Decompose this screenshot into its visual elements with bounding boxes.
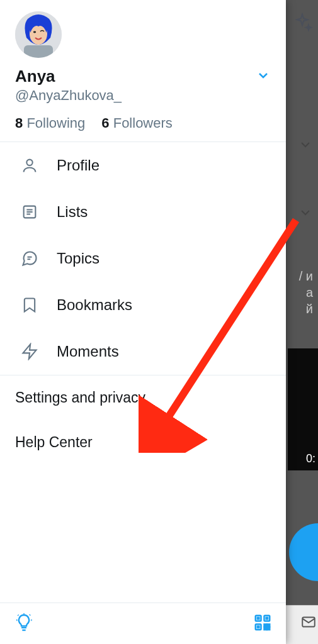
following-count: 8 xyxy=(15,115,23,131)
followers-link[interactable]: 6 Followers xyxy=(101,115,173,131)
menu-label: Lists xyxy=(57,203,88,221)
primary-menu: Profile Lists Topics Bookmarks Moments xyxy=(0,142,286,375)
menu-item-topics[interactable]: Topics xyxy=(0,235,286,282)
topic-icon xyxy=(20,249,39,268)
following-label: Following xyxy=(26,115,85,131)
svg-rect-19 xyxy=(258,617,259,619)
background-text: / и а й xyxy=(299,268,313,317)
bulb-icon[interactable] xyxy=(14,613,34,635)
qr-icon[interactable] xyxy=(253,613,272,635)
svg-point-4 xyxy=(33,31,36,33)
menu-item-lists[interactable]: Lists xyxy=(0,189,286,235)
menu-label: Profile xyxy=(57,157,99,174)
svg-rect-24 xyxy=(264,624,267,626)
svg-rect-25 xyxy=(268,624,270,626)
menu-item-settings[interactable]: Settings and privacy xyxy=(0,375,286,420)
menu-item-help[interactable]: Help Center xyxy=(0,420,286,465)
video-duration: 0: xyxy=(304,451,318,467)
lightning-icon xyxy=(20,342,39,361)
drawer-header: Anya @AnyaZhukova_ 8 Following 6 Followe… xyxy=(0,0,286,142)
bookmark-icon xyxy=(20,296,39,314)
followers-label: Followers xyxy=(113,115,173,131)
followers-count: 6 xyxy=(101,115,109,131)
navigation-drawer: Anya @AnyaZhukova_ 8 Following 6 Followe… xyxy=(0,0,286,644)
drawer-footer xyxy=(0,602,286,644)
menu-item-moments[interactable]: Moments xyxy=(0,328,286,375)
menu-item-bookmarks[interactable]: Bookmarks xyxy=(0,282,286,328)
svg-rect-23 xyxy=(258,626,259,628)
bottom-nav-partial xyxy=(286,605,318,644)
video-thumbnail: 0: xyxy=(288,348,318,470)
avatar[interactable] xyxy=(15,11,62,58)
secondary-menu: Settings and privacy Help Center xyxy=(0,375,286,465)
sparkle-icon xyxy=(292,13,313,36)
chevron-down-icon xyxy=(298,205,313,223)
svg-line-16 xyxy=(18,614,18,615)
svg-rect-21 xyxy=(266,617,268,619)
handle[interactable]: @AnyaZhukova_ xyxy=(15,87,271,104)
chevron-down-icon xyxy=(298,137,313,155)
account-switch-chevron[interactable] xyxy=(256,68,271,86)
menu-label: Topics xyxy=(57,250,99,267)
person-icon xyxy=(20,156,39,175)
following-link[interactable]: 8 Following xyxy=(15,115,85,131)
svg-rect-3 xyxy=(24,45,53,58)
mail-icon xyxy=(300,614,317,633)
svg-marker-12 xyxy=(23,344,37,358)
svg-rect-27 xyxy=(268,627,270,630)
svg-line-17 xyxy=(30,614,30,615)
menu-label: Moments xyxy=(57,343,119,360)
svg-rect-26 xyxy=(264,627,267,630)
compose-fab xyxy=(289,523,318,581)
display-name[interactable]: Anya xyxy=(15,67,55,86)
menu-label: Bookmarks xyxy=(57,296,132,314)
menu-item-profile[interactable]: Profile xyxy=(0,142,286,189)
svg-point-5 xyxy=(26,160,32,165)
list-icon xyxy=(20,203,39,221)
